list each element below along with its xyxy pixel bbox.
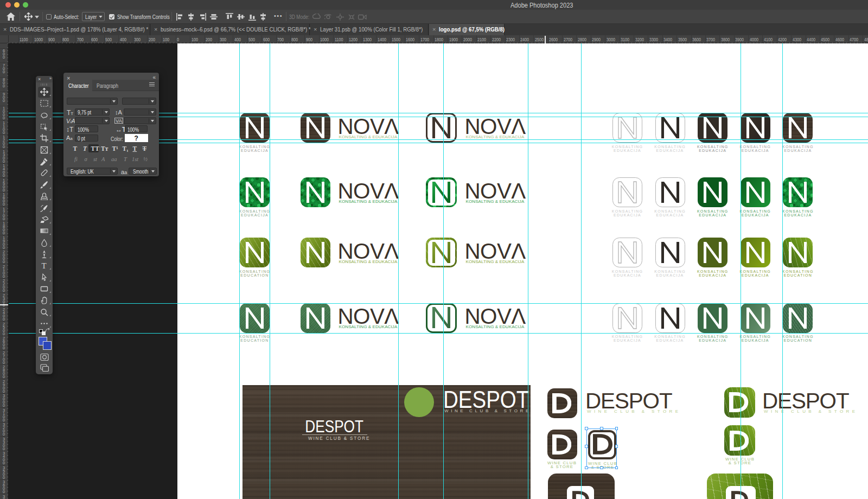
- svg-text:T: T: [42, 261, 47, 270]
